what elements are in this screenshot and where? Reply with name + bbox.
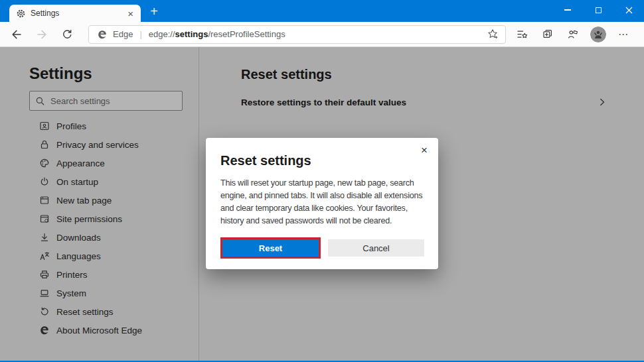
add-favorite-icon[interactable] [487, 29, 499, 40]
refresh-button[interactable] [56, 24, 78, 45]
favorites-star-icon [517, 29, 528, 40]
address-bar[interactable]: Edge | edge://settings/resetProfileSetti… [88, 25, 506, 44]
cancel-button[interactable]: Cancel [328, 239, 424, 257]
title-bar: Settings × + [0, 0, 644, 22]
favorites-bar-button[interactable] [512, 24, 533, 45]
url-separator: | [139, 29, 141, 39]
dialog-title: Reset settings [220, 153, 424, 168]
edge-logo-icon [97, 29, 108, 40]
browser-tab-settings[interactable]: Settings × [9, 5, 141, 22]
forward-button[interactable] [31, 24, 52, 45]
close-icon [625, 7, 633, 14]
feedback-button[interactable] [562, 24, 584, 45]
minimize-button[interactable] [552, 0, 583, 20]
page-content: Settings Profiles Privacy and services A… [0, 47, 644, 361]
close-button[interactable] [613, 0, 644, 20]
refresh-icon [61, 29, 73, 40]
site-name: Edge [113, 29, 133, 39]
maximize-button[interactable] [583, 0, 613, 20]
browser-window: Settings × + Edge | edge://set [0, 0, 644, 362]
dialog-close-icon[interactable]: × [418, 143, 430, 158]
settings-menu-button[interactable]: ⋯ [613, 24, 634, 45]
toolbar-right-icons: ⋯ [512, 24, 638, 45]
tab-close-icon[interactable]: × [125, 9, 135, 19]
minimize-icon [564, 9, 571, 11]
reset-settings-dialog: × Reset settings This will reset your st… [206, 138, 438, 269]
red-highlight-annotation: Reset [220, 237, 321, 259]
feedback-icon [567, 29, 579, 40]
collections-icon [542, 29, 554, 40]
back-icon [11, 29, 23, 40]
avatar [590, 27, 606, 42]
maximize-icon [596, 7, 602, 13]
url-text: edge://settings/resetProfileSettings [149, 29, 487, 39]
window-controls [552, 0, 644, 20]
dialog-body-text: This will reset your startup page, new t… [220, 177, 424, 227]
tab-title: Settings [31, 9, 125, 18]
gear-icon [16, 9, 26, 19]
ellipsis-icon: ⋯ [618, 29, 629, 40]
reset-button[interactable]: Reset [222, 239, 319, 257]
forward-icon [36, 29, 48, 40]
back-button[interactable] [6, 24, 27, 45]
navigation-toolbar: Edge | edge://settings/resetProfileSetti… [0, 22, 644, 47]
collections-button[interactable] [537, 24, 558, 45]
dialog-footer: Reset Cancel [220, 237, 424, 259]
new-tab-button[interactable]: + [145, 3, 163, 20]
profile-button[interactable] [588, 24, 609, 45]
